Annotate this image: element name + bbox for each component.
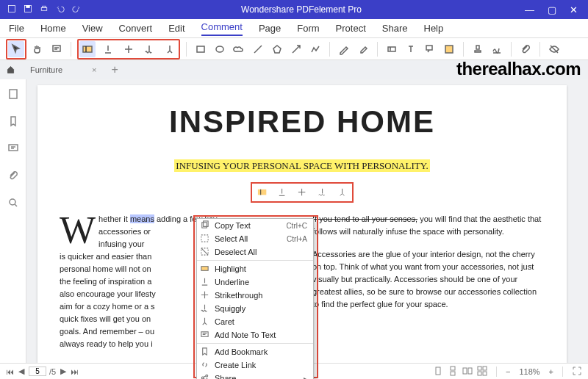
menu-share[interactable]: Share bbox=[382, 23, 408, 34]
float-strike-icon[interactable] bbox=[296, 187, 307, 198]
ctx-add-note[interactable]: Add Note To Text bbox=[197, 328, 313, 342]
menu-comment[interactable]: Comment bbox=[201, 21, 243, 36]
menu-form[interactable]: Form bbox=[297, 23, 319, 34]
nav-first-icon[interactable]: ⏮ bbox=[6, 367, 14, 376]
zoom-level: 118% bbox=[519, 367, 539, 376]
float-underline-icon[interactable] bbox=[276, 187, 287, 198]
rect-shape[interactable] bbox=[193, 41, 209, 57]
select-tool[interactable] bbox=[8, 41, 24, 57]
nav-last-icon[interactable]: ⏭ bbox=[71, 367, 79, 376]
maximize-button[interactable]: ▢ bbox=[548, 4, 556, 15]
home-icon[interactable] bbox=[6, 65, 15, 76]
svg-rect-17 bbox=[204, 221, 209, 226]
floating-annotation-bar bbox=[251, 182, 354, 203]
note-icon bbox=[200, 330, 210, 340]
strike-tool[interactable] bbox=[121, 41, 137, 57]
caret-tool[interactable] bbox=[162, 41, 178, 57]
svg-rect-33 bbox=[483, 372, 487, 375]
redo-icon[interactable] bbox=[72, 4, 81, 15]
polyline-shape[interactable] bbox=[307, 41, 323, 57]
titlebar: Wondershare PDFelement Pro — ▢ ✕ bbox=[0, 0, 588, 19]
close-button[interactable]: ✕ bbox=[570, 4, 578, 15]
tab-close-icon[interactable]: × bbox=[92, 65, 96, 74]
underline-tool[interactable] bbox=[100, 41, 116, 57]
minimize-button[interactable]: — bbox=[525, 4, 534, 15]
pencil-tool[interactable] bbox=[336, 41, 352, 57]
view-single-icon[interactable] bbox=[433, 366, 443, 378]
svg-rect-15 bbox=[258, 190, 266, 195]
squiggly-tool[interactable] bbox=[141, 41, 157, 57]
print-icon[interactable] bbox=[40, 4, 49, 15]
ctx-highlight[interactable]: Highlight bbox=[197, 262, 313, 275]
menu-file[interactable]: File bbox=[9, 23, 24, 34]
ctx-copy-text[interactable]: Copy TextCtrl+C bbox=[197, 219, 313, 232]
hand-tool[interactable] bbox=[29, 41, 46, 57]
zoom-out-icon[interactable]: − bbox=[506, 367, 510, 376]
view-facing-icon[interactable] bbox=[462, 366, 473, 378]
typewriter-tool[interactable] bbox=[403, 41, 419, 57]
svg-rect-30 bbox=[478, 367, 481, 370]
arrow-shape[interactable] bbox=[288, 41, 304, 57]
menu-edit[interactable]: Edit bbox=[168, 23, 184, 34]
float-highlight-icon[interactable] bbox=[257, 187, 268, 198]
ctx-squiggly[interactable]: Squiggly bbox=[197, 302, 313, 315]
search-icon[interactable] bbox=[7, 197, 19, 211]
ctx-create-link[interactable]: Create Link bbox=[197, 358, 313, 372]
view-continuous-icon[interactable] bbox=[448, 366, 458, 378]
textbox-tool[interactable] bbox=[384, 41, 400, 57]
thumbnails-icon[interactable] bbox=[7, 88, 19, 102]
hide-tool[interactable] bbox=[546, 41, 562, 57]
menu-home[interactable]: Home bbox=[40, 23, 66, 34]
ctx-share[interactable]: Share▸ bbox=[197, 372, 313, 379]
menu-help[interactable]: Help bbox=[424, 23, 444, 34]
fullscreen-icon[interactable] bbox=[572, 366, 582, 378]
cloud-shape[interactable] bbox=[231, 41, 247, 57]
ctx-strikethrough[interactable]: Strikethrough bbox=[197, 289, 313, 302]
new-tab-button[interactable]: + bbox=[111, 63, 118, 76]
nav-next-icon[interactable]: ▶ bbox=[60, 367, 66, 376]
tab-furniture[interactable]: Furniture × bbox=[23, 65, 104, 74]
underline-icon bbox=[200, 277, 210, 287]
highlight-tool[interactable] bbox=[79, 41, 96, 57]
view-facing-cont-icon[interactable] bbox=[477, 366, 487, 378]
svg-rect-11 bbox=[445, 46, 453, 53]
attachments-icon[interactable] bbox=[7, 170, 19, 184]
menu-convert[interactable]: Convert bbox=[119, 23, 153, 34]
float-squiggly-icon[interactable] bbox=[317, 187, 328, 198]
submenu-arrow-icon: ▸ bbox=[304, 375, 307, 380]
signature-tool[interactable] bbox=[489, 41, 505, 57]
ctx-caret[interactable]: Caret bbox=[197, 315, 313, 328]
ctx-deselect-all[interactable]: Deselect All bbox=[197, 245, 313, 259]
deselect-icon bbox=[200, 247, 210, 257]
menu-page[interactable]: Page bbox=[259, 23, 281, 34]
oval-shape[interactable] bbox=[212, 41, 228, 57]
eraser-tool[interactable] bbox=[355, 41, 371, 57]
zoom-in-icon[interactable]: + bbox=[549, 367, 553, 376]
select-all-icon bbox=[200, 234, 210, 244]
polygon-shape[interactable] bbox=[269, 41, 285, 57]
ctx-select-all[interactable]: Select AllCtrl+A bbox=[197, 232, 313, 245]
vertical-scrollbar[interactable] bbox=[578, 79, 588, 363]
float-caret-icon[interactable] bbox=[337, 187, 348, 198]
menu-protect[interactable]: Protect bbox=[336, 23, 366, 34]
bookmarks-icon[interactable] bbox=[7, 115, 19, 129]
save-icon[interactable] bbox=[24, 4, 32, 15]
comments-icon[interactable] bbox=[7, 142, 19, 156]
menu-view[interactable]: View bbox=[82, 23, 103, 34]
dropcap: W bbox=[60, 216, 96, 245]
doc-title: INSPIRED HOME bbox=[60, 104, 545, 140]
attach-tool[interactable] bbox=[517, 41, 534, 57]
callout-tool[interactable] bbox=[422, 41, 438, 57]
copy-icon bbox=[200, 220, 210, 231]
note-tool[interactable] bbox=[49, 41, 65, 57]
svg-point-8 bbox=[216, 46, 223, 52]
stamp-tool[interactable] bbox=[470, 41, 486, 57]
context-menu: Copy TextCtrl+C Select AllCtrl+A Deselec… bbox=[196, 218, 314, 379]
undo-icon[interactable] bbox=[56, 4, 65, 15]
line-shape[interactable] bbox=[250, 41, 266, 57]
ctx-underline[interactable]: Underline bbox=[197, 275, 313, 289]
nav-prev-icon[interactable]: ◀ bbox=[18, 367, 24, 376]
ctx-add-bookmark[interactable]: Add Bookmark bbox=[197, 345, 313, 358]
area-highlight-tool[interactable] bbox=[441, 41, 457, 57]
page-input[interactable] bbox=[29, 367, 46, 376]
